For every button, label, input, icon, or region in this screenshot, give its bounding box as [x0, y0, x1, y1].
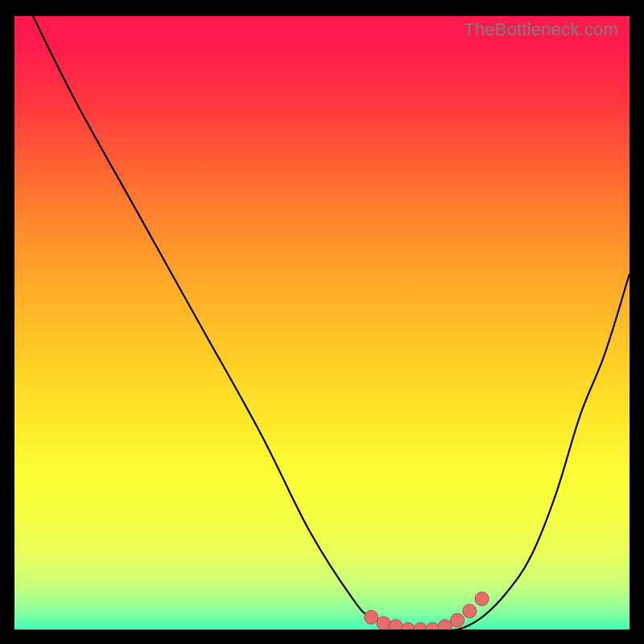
- flat-region-left-end: [365, 610, 378, 624]
- flat-region-5: [426, 623, 440, 630]
- bottleneck-chart-svg: [14, 16, 630, 630]
- bottleneck-curve: [33, 16, 630, 630]
- flat-region-7: [451, 613, 464, 627]
- chart-frame: TheBottleneck.com: [0, 0, 644, 644]
- flat-region-right-1: [463, 605, 477, 618]
- flat-region-2: [389, 620, 402, 630]
- flat-region-right-end: [475, 592, 489, 605]
- flat-region-1: [377, 617, 390, 630]
- flat-region-4: [414, 623, 427, 630]
- flat-region-6: [438, 620, 452, 630]
- plot-area: TheBottleneck.com: [14, 16, 630, 630]
- flat-region-3: [401, 623, 415, 630]
